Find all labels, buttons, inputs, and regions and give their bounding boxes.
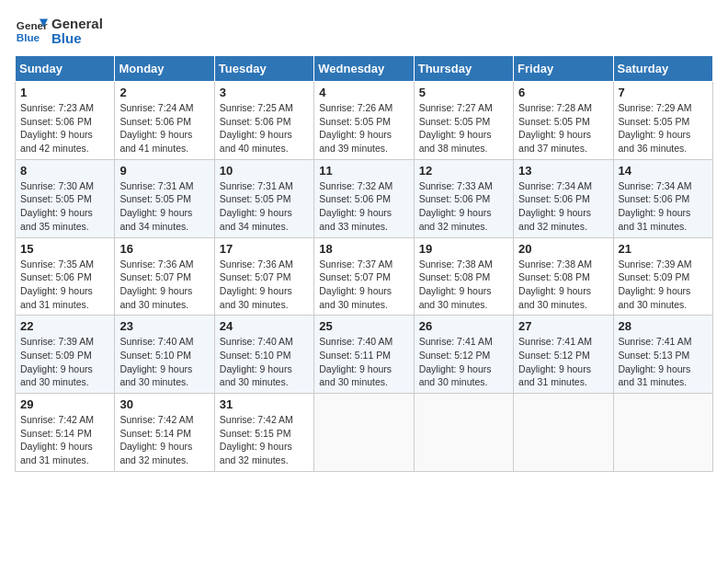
day-cell: 16 Sunrise: 7:36 AM Sunset: 5:07 PM Dayl…: [115, 237, 214, 316]
day-info: Sunrise: 7:39 AM Sunset: 5:09 PM Dayligh…: [619, 258, 708, 312]
day-cell: 24 Sunrise: 7:40 AM Sunset: 5:10 PM Dayl…: [214, 316, 313, 394]
day-number: 29: [20, 397, 109, 411]
day-cell: 28 Sunrise: 7:41 AM Sunset: 5:13 PM Dayl…: [613, 316, 712, 394]
day-number: 12: [419, 164, 508, 178]
day-number: 16: [119, 242, 209, 256]
svg-text:Blue: Blue: [17, 31, 40, 43]
header-row: SundayMondayTuesdayWednesdayThursdayFrid…: [16, 56, 713, 82]
header-cell-monday: Monday: [115, 56, 214, 82]
day-cell: 15 Sunrise: 7:35 AM Sunset: 5:06 PM Dayl…: [16, 237, 115, 316]
day-number: 18: [319, 242, 408, 256]
day-number: 24: [220, 319, 309, 333]
day-info: Sunrise: 7:42 AM Sunset: 5:14 PM Dayligh…: [20, 413, 109, 467]
calendar-body: 1 Sunrise: 7:23 AM Sunset: 5:06 PM Dayli…: [16, 82, 713, 472]
week-row-3: 15 Sunrise: 7:35 AM Sunset: 5:06 PM Dayl…: [16, 237, 713, 316]
day-info: Sunrise: 7:33 AM Sunset: 5:06 PM Dayligh…: [419, 179, 508, 234]
day-number: 1: [20, 86, 109, 99]
day-number: 22: [20, 319, 109, 333]
day-info: Sunrise: 7:29 AM Sunset: 5:05 PM Dayligh…: [619, 101, 708, 155]
day-info: Sunrise: 7:42 AM Sunset: 5:14 PM Dayligh…: [119, 413, 209, 467]
day-number: 30: [119, 397, 209, 411]
day-number: 7: [619, 86, 708, 99]
week-row-4: 22 Sunrise: 7:39 AM Sunset: 5:09 PM Dayl…: [16, 316, 713, 394]
page-header: General Blue General Blue: [15, 15, 713, 48]
day-cell: 17 Sunrise: 7:36 AM Sunset: 5:07 PM Dayl…: [214, 237, 313, 316]
day-info: Sunrise: 7:36 AM Sunset: 5:07 PM Dayligh…: [220, 258, 309, 312]
day-number: 23: [119, 319, 209, 333]
day-number: 9: [119, 164, 209, 178]
week-row-1: 1 Sunrise: 7:23 AM Sunset: 5:06 PM Dayli…: [16, 82, 713, 160]
day-cell: 5 Sunrise: 7:27 AM Sunset: 5:05 PM Dayli…: [414, 82, 513, 160]
day-info: Sunrise: 7:36 AM Sunset: 5:07 PM Dayligh…: [119, 258, 209, 312]
day-number: 5: [419, 86, 508, 99]
day-cell: 22 Sunrise: 7:39 AM Sunset: 5:09 PM Dayl…: [16, 316, 115, 394]
day-cell: 20 Sunrise: 7:38 AM Sunset: 5:08 PM Dayl…: [514, 237, 613, 316]
day-info: Sunrise: 7:30 AM Sunset: 5:05 PM Dayligh…: [20, 179, 109, 234]
day-number: 13: [518, 164, 608, 178]
header-cell-tuesday: Tuesday: [214, 56, 313, 82]
day-info: Sunrise: 7:23 AM Sunset: 5:06 PM Dayligh…: [20, 101, 109, 155]
day-cell: 3 Sunrise: 7:25 AM Sunset: 5:06 PM Dayli…: [214, 82, 313, 160]
day-cell: 25 Sunrise: 7:40 AM Sunset: 5:11 PM Dayl…: [314, 316, 414, 394]
day-info: Sunrise: 7:41 AM Sunset: 5:12 PM Dayligh…: [518, 335, 608, 389]
day-info: Sunrise: 7:31 AM Sunset: 5:05 PM Dayligh…: [220, 179, 309, 234]
day-info: Sunrise: 7:34 AM Sunset: 5:06 PM Dayligh…: [619, 179, 708, 234]
day-number: 26: [419, 319, 508, 333]
day-info: Sunrise: 7:38 AM Sunset: 5:08 PM Dayligh…: [518, 258, 608, 312]
calendar-table: SundayMondayTuesdayWednesdayThursdayFrid…: [15, 55, 713, 472]
day-number: 19: [419, 242, 508, 256]
day-info: Sunrise: 7:25 AM Sunset: 5:06 PM Dayligh…: [220, 101, 309, 155]
day-info: Sunrise: 7:26 AM Sunset: 5:05 PM Dayligh…: [319, 101, 408, 155]
day-cell: 29 Sunrise: 7:42 AM Sunset: 5:14 PM Dayl…: [16, 394, 115, 472]
day-info: Sunrise: 7:27 AM Sunset: 5:05 PM Dayligh…: [419, 101, 508, 155]
day-info: Sunrise: 7:39 AM Sunset: 5:09 PM Dayligh…: [20, 335, 109, 389]
day-info: Sunrise: 7:37 AM Sunset: 5:07 PM Dayligh…: [319, 258, 408, 312]
day-cell: 1 Sunrise: 7:23 AM Sunset: 5:06 PM Dayli…: [16, 82, 115, 160]
day-number: 15: [20, 242, 109, 256]
day-cell: [514, 394, 613, 472]
day-cell: 31 Sunrise: 7:42 AM Sunset: 5:15 PM Dayl…: [214, 394, 313, 472]
day-info: Sunrise: 7:41 AM Sunset: 5:12 PM Dayligh…: [419, 335, 508, 389]
header-cell-friday: Friday: [514, 56, 613, 82]
day-number: 27: [518, 319, 608, 333]
day-cell: 27 Sunrise: 7:41 AM Sunset: 5:12 PM Dayl…: [514, 316, 613, 394]
day-number: 2: [119, 86, 209, 99]
day-cell: [613, 394, 712, 472]
day-number: 17: [220, 242, 309, 256]
day-cell: [414, 394, 513, 472]
day-cell: 18 Sunrise: 7:37 AM Sunset: 5:07 PM Dayl…: [314, 237, 414, 316]
day-info: Sunrise: 7:31 AM Sunset: 5:05 PM Dayligh…: [119, 179, 209, 234]
day-info: Sunrise: 7:24 AM Sunset: 5:06 PM Dayligh…: [119, 101, 209, 155]
day-cell: 23 Sunrise: 7:40 AM Sunset: 5:10 PM Dayl…: [115, 316, 214, 394]
day-number: 28: [619, 319, 708, 333]
day-cell: 19 Sunrise: 7:38 AM Sunset: 5:08 PM Dayl…: [414, 237, 513, 316]
logo-icon: General Blue: [15, 15, 48, 48]
day-number: 10: [220, 164, 309, 178]
day-number: 25: [319, 319, 408, 333]
day-number: 20: [518, 242, 608, 256]
day-info: Sunrise: 7:34 AM Sunset: 5:06 PM Dayligh…: [518, 179, 608, 234]
day-cell: 2 Sunrise: 7:24 AM Sunset: 5:06 PM Dayli…: [115, 82, 214, 160]
header-cell-wednesday: Wednesday: [314, 56, 414, 82]
day-cell: 7 Sunrise: 7:29 AM Sunset: 5:05 PM Dayli…: [613, 82, 712, 160]
day-cell: 13 Sunrise: 7:34 AM Sunset: 5:06 PM Dayl…: [514, 159, 613, 237]
day-cell: 26 Sunrise: 7:41 AM Sunset: 5:12 PM Dayl…: [414, 316, 513, 394]
day-info: Sunrise: 7:42 AM Sunset: 5:15 PM Dayligh…: [220, 413, 309, 467]
day-number: 8: [20, 164, 109, 178]
logo-blue: Blue: [51, 31, 103, 47]
day-cell: 10 Sunrise: 7:31 AM Sunset: 5:05 PM Dayl…: [214, 159, 313, 237]
day-info: Sunrise: 7:35 AM Sunset: 5:06 PM Dayligh…: [20, 258, 109, 312]
header-cell-saturday: Saturday: [613, 56, 712, 82]
week-row-5: 29 Sunrise: 7:42 AM Sunset: 5:14 PM Dayl…: [16, 394, 713, 472]
day-cell: 12 Sunrise: 7:33 AM Sunset: 5:06 PM Dayl…: [414, 159, 513, 237]
day-cell: 6 Sunrise: 7:28 AM Sunset: 5:05 PM Dayli…: [514, 82, 613, 160]
day-number: 3: [220, 86, 309, 99]
day-info: Sunrise: 7:41 AM Sunset: 5:13 PM Dayligh…: [619, 335, 708, 389]
day-info: Sunrise: 7:40 AM Sunset: 5:11 PM Dayligh…: [319, 335, 408, 389]
day-info: Sunrise: 7:28 AM Sunset: 5:05 PM Dayligh…: [518, 101, 608, 155]
day-number: 21: [619, 242, 708, 256]
logo-general: General: [51, 17, 103, 32]
day-cell: 4 Sunrise: 7:26 AM Sunset: 5:05 PM Dayli…: [314, 82, 414, 160]
day-number: 14: [619, 164, 708, 178]
day-number: 31: [220, 397, 309, 411]
